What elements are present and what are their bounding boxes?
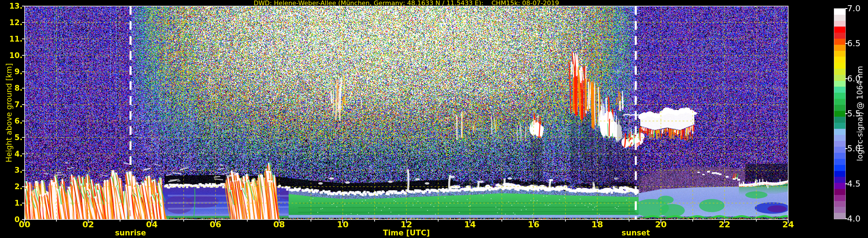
colorbar-band [834,105,845,111]
y-tick-label: 11. [2,34,23,44]
colorbar-band [834,75,845,81]
x-tick-label: 00 [13,220,36,229]
y-tick-label: 7. [2,100,23,109]
colorbar-band [834,51,845,57]
x-tick-label: 20 [649,220,673,229]
colorbar-band [834,57,845,63]
plot-title: DWD: Helene-Weber-Allee (München, German… [25,0,788,6]
colorbar-band [834,129,845,135]
colorbar-band [834,111,845,117]
colorbar-band [834,141,845,147]
colorbar-band [834,93,845,99]
y-tick-label: 9. [2,67,23,76]
x-tick-label: 22 [713,220,736,229]
x-tick-label: 12 [395,220,418,229]
x-tick-label: 16 [522,220,545,229]
y-tick-label: 3. [2,166,23,175]
colorbar-band [834,135,845,141]
colorbar-label: log(rc-signal) @ 1064 nm [856,8,864,219]
ceilometer-quicklook-figure: DWD: Helene-Weber-Allee (München, German… [0,0,868,238]
x-tick-label: 08 [268,220,291,229]
y-tick-label: 6. [2,116,23,126]
x-tick-label: 02 [76,220,100,229]
y-tick-label: 5. [2,133,23,142]
colorbar-band [834,195,845,201]
colorbar-band [834,189,845,195]
colorbar-band [834,147,845,153]
colorbar-band [834,165,845,171]
colorbar-band [834,207,845,213]
colorbar-band [834,21,845,27]
colorbar-band [834,33,845,39]
colorbar [834,8,846,219]
colorbar-band [834,63,845,69]
y-tick-label: 8. [2,83,23,93]
x-tick-label: 04 [140,220,163,229]
colorbar-band [834,183,845,189]
colorbar-band [834,213,845,219]
x-tick-label: 18 [586,220,609,229]
colorbar-band [834,87,845,93]
y-tick-label: 4. [2,149,23,159]
x-tick-label: 06 [204,220,227,229]
colorbar-band [834,99,845,105]
colorbar-band [834,27,845,33]
colorbar-band [834,69,845,75]
y-tick-label: 12. [2,18,23,27]
colorbar-band [834,9,845,15]
colorbar-band [834,117,845,123]
colorbar-band [834,81,845,87]
sunset-annotation-label: sunset [610,229,662,237]
colorbar-band [834,15,845,21]
heatmap-canvas [0,0,868,238]
colorbar-band [834,177,845,183]
x-tick-label: 14 [459,220,482,229]
colorbar-band [834,123,845,129]
y-tick-label: 13. [2,1,23,11]
y-tick-label: 2. [2,182,23,191]
x-tick-label: 10 [331,220,354,229]
colorbar-band [834,45,845,51]
colorbar-band [834,171,845,177]
x-tick-label: 24 [777,220,800,229]
y-tick-label: 1. [2,198,23,208]
colorbar-band [834,159,845,165]
colorbar-band [834,39,845,45]
colorbar-band [834,153,845,159]
y-tick-label: 10. [2,51,23,60]
sunrise-annotation-label: sunrise [104,229,156,237]
colorbar-band [834,201,845,207]
